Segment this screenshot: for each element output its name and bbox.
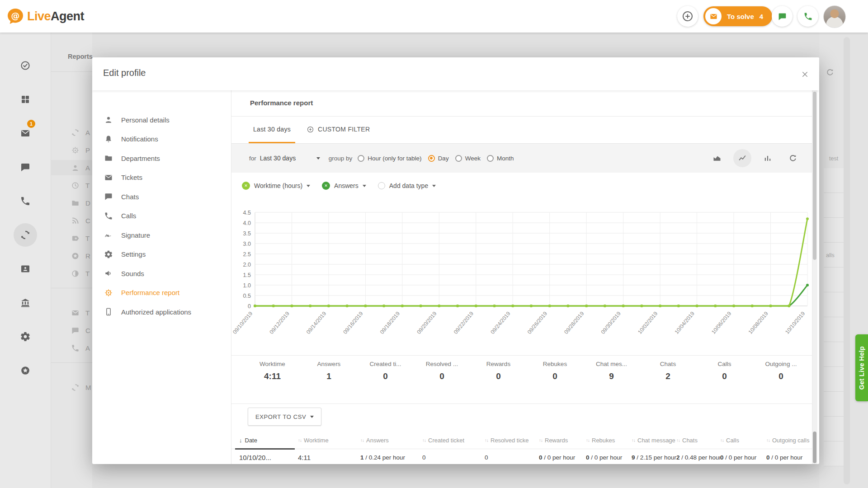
svg-text:4.5: 4.5 (243, 210, 251, 216)
modal-nav-performance-report[interactable]: Performance report (92, 283, 231, 303)
remove-series-icon[interactable]: ✕ (322, 182, 330, 190)
groupby-label: group by (329, 155, 353, 162)
sort-icon: ↑↓ (720, 438, 724, 443)
table-cell: 4:11 (298, 454, 360, 461)
gear-icon (104, 250, 113, 259)
legend-chip-worktime-hours[interactable]: ✕Worktime (hours) (242, 182, 310, 190)
remove-series-icon[interactable]: ✕ (242, 182, 250, 190)
modal-nav: Personal detailsNotificationsDepartments… (92, 90, 231, 464)
nav-item-label: Tickets (121, 174, 142, 181)
groupby-options: Hour (only for table)DayWeekMonth (358, 155, 520, 162)
stat-rewards: Rewards0 (470, 361, 527, 381)
column-header-answers[interactable]: ↑↓Answers (360, 437, 422, 444)
modal-nav-settings[interactable]: Settings (92, 245, 231, 264)
sort-desc-icon: ↓ (239, 437, 242, 444)
stat-label: Resolved ... (414, 361, 470, 367)
avatar[interactable] (823, 5, 846, 28)
groupby-option-month[interactable]: Month (487, 155, 514, 162)
plus-circle-icon (307, 126, 314, 133)
stat-value: 0 (357, 371, 414, 381)
column-header-calls[interactable]: ↑↓Calls (720, 437, 766, 444)
column-header-worktime[interactable]: ↑↓Worktime (298, 437, 360, 444)
area-chart-button[interactable] (708, 149, 726, 167)
modal-nav-personal-details[interactable]: Personal details (92, 110, 231, 130)
svg-text:2.5: 2.5 (243, 251, 251, 258)
sort-icon: ↑↓ (539, 438, 542, 443)
add-button[interactable] (677, 6, 698, 27)
groupby-option-hour-only-for-table[interactable]: Hour (only for table) (358, 155, 421, 162)
column-header-rewards[interactable]: ↑↓Rewards (539, 437, 586, 444)
stat-label: Calls (696, 361, 753, 367)
modal-content: Performance report Last 30 daysCUSTOM FI… (231, 90, 814, 464)
chevron-down-icon (310, 416, 314, 418)
close-button[interactable] (798, 68, 811, 80)
column-header-created-ticket[interactable]: ↑↓Created ticket (422, 437, 485, 444)
get-live-help-tab[interactable]: Get Live Help (855, 334, 868, 401)
modal-nav-notifications[interactable]: Notifications (92, 130, 231, 149)
plus-icon (682, 10, 693, 22)
scrollbar-thumb[interactable] (813, 92, 816, 260)
mail-icon (709, 12, 718, 21)
column-label: Chats (682, 437, 698, 444)
add-series-icon (378, 182, 385, 189)
refresh-button[interactable] (784, 149, 802, 167)
table-cell: 0 (485, 454, 539, 461)
nav-item-label: Sounds (121, 270, 144, 277)
modal-nav-sounds[interactable]: Sounds (92, 264, 231, 283)
stat-label: Worktime (244, 361, 301, 367)
legend-chip-add-data-type[interactable]: Add data type (378, 182, 436, 189)
modal-nav-chats[interactable]: Chats (92, 187, 231, 206)
range-dropdown[interactable]: Last 30 days (260, 155, 320, 162)
legend-chip-answers[interactable]: ✕Answers (322, 182, 366, 190)
column-label: Worktime (304, 437, 329, 444)
liveagent-logo[interactable]: @ LiveAgent (6, 7, 84, 25)
modal-nav-departments[interactable]: Departments (92, 149, 231, 168)
stat-label: Chat mes... (583, 361, 640, 367)
scrollbar-thumb[interactable] (813, 432, 816, 463)
tab-custom-filter[interactable]: CUSTOM FILTER (302, 117, 374, 143)
export-to-csv-button[interactable]: EXPORT TO CSV (248, 408, 321, 426)
bar-chart-button[interactable] (759, 149, 777, 167)
svg-text:09/24/2019: 09/24/2019 (489, 310, 512, 335)
calls-button[interactable] (797, 6, 818, 27)
modal-title: Edit profile (103, 68, 146, 78)
sort-icon: ↑↓ (360, 438, 364, 443)
stat-resolved: Resolved ...0 (414, 361, 470, 381)
column-header-outgoing-calls[interactable]: ↑↓Outgoing calls (766, 437, 811, 444)
modal-nav-signature[interactable]: Signature (92, 225, 231, 245)
column-header-resolved-ticke[interactable]: ↑↓Resolved ticke (485, 437, 539, 444)
tab-last-30-days[interactable]: Last 30 days (249, 117, 295, 143)
svg-text:09/30/2019: 09/30/2019 (600, 310, 623, 335)
modal-nav-calls[interactable]: Calls (92, 206, 231, 226)
radio-option-label: Day (438, 155, 449, 162)
svg-text:3.5: 3.5 (243, 230, 251, 237)
mobile-icon (104, 307, 113, 316)
modal-nav-tickets[interactable]: Tickets (92, 168, 231, 188)
table-row[interactable]: 10/10/20...4:111 / 0.24 per hour000 / 0 … (235, 449, 811, 464)
svg-text:09/22/2019: 09/22/2019 (453, 310, 475, 335)
modal-nav-authorized-applications[interactable]: Authorized applications (92, 302, 231, 322)
close-icon (801, 70, 809, 79)
column-header-rebukes[interactable]: ↑↓Rebukes (586, 437, 632, 444)
column-header-date[interactable]: ↓Date (235, 437, 298, 444)
to-solve-label: To solve (727, 13, 754, 20)
stat-chat-mes: Chat mes...9 (583, 361, 640, 381)
column-header-chats[interactable]: ↑↓Chats (676, 437, 720, 444)
chats-button[interactable] (772, 6, 793, 27)
svg-text:09/28/2019: 09/28/2019 (563, 310, 585, 335)
nav-item-label: Personal details (121, 116, 170, 124)
groupby-option-day[interactable]: Day (428, 155, 449, 162)
column-header-chat-message[interactable]: ↑↓Chat message (632, 437, 676, 444)
line-chart-button[interactable] (733, 149, 751, 167)
to-solve-button[interactable]: To solve 4 (703, 6, 772, 26)
chevron-down-icon (432, 185, 436, 187)
performance-chart[interactable]: 00.51.01.52.02.53.03.54.04.509/10/201909… (231, 199, 814, 348)
top-bar: @ LiveAgent To solve 4 (0, 0, 868, 33)
to-solve-count: 4 (760, 13, 763, 20)
sort-icon: ↑↓ (422, 438, 426, 443)
brand-text: LiveAgent (27, 9, 84, 23)
get-live-help-label: Get Live Help (858, 346, 865, 390)
groupby-option-week[interactable]: Week (455, 155, 481, 162)
column-label: Resolved ticke (491, 437, 529, 444)
stat-label: Rewards (470, 361, 527, 367)
